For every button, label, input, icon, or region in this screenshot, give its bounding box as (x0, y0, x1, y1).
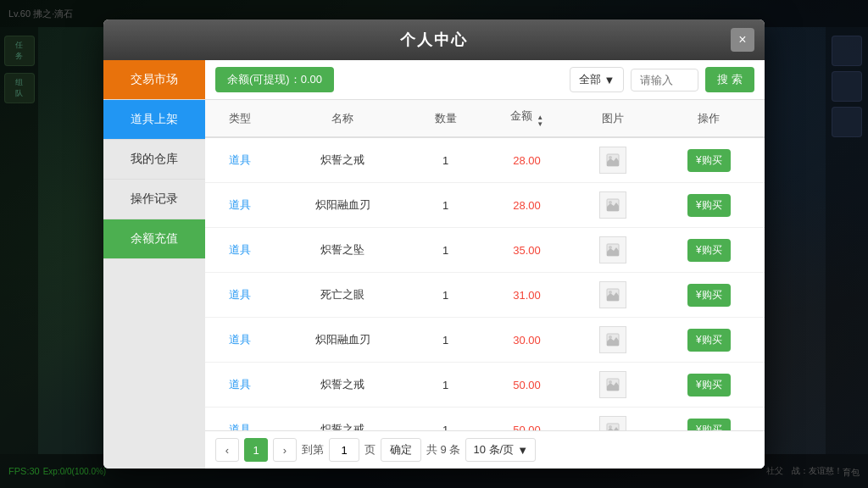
col-name: 名称 (275, 100, 410, 137)
buy-button-6[interactable]: ¥购买 (687, 419, 731, 431)
svg-point-3 (609, 201, 612, 204)
cell-action-0: ¥购买 (654, 137, 765, 183)
cell-price-2: 35.00 (481, 228, 573, 273)
search-input[interactable] (631, 69, 698, 92)
buy-button-0[interactable]: ¥购买 (687, 149, 731, 172)
cell-qty-6: 1 (410, 408, 481, 431)
buy-button-4[interactable]: ¥购买 (687, 329, 731, 352)
modal-title: 个人中心 (400, 30, 468, 50)
table-row: 道具 炽誓之戒 1 50.00 ¥购买 (205, 408, 765, 431)
cell-img-2 (573, 228, 654, 273)
per-page-dropdown[interactable]: 10 条/页 ▼ (465, 438, 536, 462)
cell-action-1: ¥购买 (654, 183, 765, 228)
type-link-4[interactable]: 道具 (229, 333, 251, 346)
nav-item-recharge[interactable]: 余额充值 (103, 219, 205, 259)
cell-price-3: 31.00 (481, 273, 573, 318)
cell-qty-1: 1 (410, 183, 481, 228)
type-link-0[interactable]: 道具 (229, 153, 251, 166)
item-image-5 (599, 371, 626, 398)
type-link-2[interactable]: 道具 (229, 243, 251, 256)
type-link-6[interactable]: 道具 (229, 423, 251, 430)
data-table: 类型 名称 数量 金额 ▲▼ 图片 操作 (205, 100, 765, 430)
svg-point-1 (609, 156, 612, 159)
col-qty: 数量 (410, 100, 481, 137)
filter-dropdown[interactable]: 全部 ▼ (570, 67, 625, 92)
table-row: 道具 炽誓之戒 1 28.00 ¥购买 (205, 137, 765, 183)
search-button[interactable]: 搜 索 (705, 67, 754, 92)
cell-name-3: 死亡之眼 (275, 273, 410, 318)
item-image-6 (599, 416, 626, 430)
table-row: 道具 炽阳融血刃 1 28.00 ¥购买 (205, 183, 765, 228)
balance-display: 余额(可提现)：0.00 (215, 67, 334, 92)
cell-type-2: 道具 (205, 228, 275, 273)
table-row: 道具 炽誓之坠 1 35.00 ¥购买 (205, 228, 765, 273)
modal-nav: 交易市场 道具上架 我的仓库 操作记录 余额充值 (103, 60, 205, 469)
cell-img-6 (573, 408, 654, 431)
nav-item-history[interactable]: 操作记录 (103, 180, 205, 219)
col-type: 类型 (205, 100, 275, 137)
modal-body: 交易市场 道具上架 我的仓库 操作记录 余额充值 余额(可提现)：0.00 全部… (103, 60, 765, 469)
goto-confirm-button[interactable]: 确定 (381, 438, 421, 462)
cell-qty-2: 1 (410, 228, 481, 273)
type-link-1[interactable]: 道具 (229, 198, 251, 211)
modal-close-button[interactable]: × (731, 28, 754, 52)
modal-window: 个人中心 × 交易市场 道具上架 我的仓库 操作记录 余额充值 余额(可提现)：… (103, 19, 765, 469)
filter-label: 全部 (579, 72, 601, 87)
items-table: 类型 名称 数量 金额 ▲▼ 图片 操作 (205, 100, 765, 430)
svg-point-9 (609, 336, 612, 339)
col-img: 图片 (573, 100, 654, 137)
cell-img-3 (573, 273, 654, 318)
buy-button-3[interactable]: ¥购买 (687, 284, 731, 307)
cell-type-1: 道具 (205, 183, 275, 228)
table-header: 类型 名称 数量 金额 ▲▼ 图片 操作 (205, 100, 765, 137)
cell-img-4 (573, 318, 654, 363)
buy-button-1[interactable]: ¥购买 (687, 194, 731, 217)
cell-qty-3: 1 (410, 273, 481, 318)
table-row: 道具 炽誓之戒 1 50.00 ¥购买 (205, 363, 765, 408)
svg-point-11 (609, 380, 612, 384)
cell-type-5: 道具 (205, 363, 275, 408)
nav-item-list[interactable]: 道具上架 (103, 100, 205, 140)
modal-overlay: 个人中心 × 交易市场 道具上架 我的仓库 操作记录 余额充值 余额(可提现)：… (0, 0, 868, 488)
cell-price-0: 28.00 (481, 137, 573, 183)
cell-qty-5: 1 (410, 363, 481, 408)
type-link-5[interactable]: 道具 (229, 378, 251, 391)
modal-header: 个人中心 × (103, 19, 765, 60)
per-page-arrow-icon: ▼ (517, 444, 528, 457)
next-page-button[interactable]: › (273, 438, 297, 462)
svg-point-7 (609, 291, 612, 294)
nav-item-warehouse[interactable]: 我的仓库 (103, 140, 205, 180)
item-image-1 (599, 191, 626, 219)
table-row: 道具 炽阳融血刃 1 30.00 ¥购买 (205, 318, 765, 363)
table-row: 道具 死亡之眼 1 31.00 ¥购买 (205, 273, 765, 318)
goto-page-input[interactable] (329, 438, 359, 462)
cell-name-5: 炽誓之戒 (275, 363, 410, 408)
sort-arrows-icon: ▲▼ (537, 114, 543, 128)
cell-name-0: 炽誓之戒 (275, 137, 410, 183)
content-toolbar: 余额(可提现)：0.00 全部 ▼ 搜 索 (205, 60, 765, 100)
cell-type-3: 道具 (205, 273, 275, 318)
cell-qty-4: 1 (410, 318, 481, 363)
cell-img-1 (573, 183, 654, 228)
item-image-2 (599, 236, 626, 263)
svg-point-5 (609, 246, 612, 249)
page-suffix: 页 (364, 442, 376, 458)
cell-action-4: ¥购买 (654, 318, 765, 363)
buy-button-5[interactable]: ¥购买 (687, 374, 731, 396)
cell-type-4: 道具 (205, 318, 275, 363)
cell-name-2: 炽誓之坠 (275, 228, 410, 273)
prev-page-button[interactable]: ‹ (215, 438, 239, 462)
cell-action-6: ¥购买 (654, 408, 765, 431)
item-image-4 (599, 326, 626, 353)
type-link-3[interactable]: 道具 (229, 288, 251, 301)
page-1-button[interactable]: 1 (244, 438, 268, 462)
cell-img-5 (573, 363, 654, 408)
buy-button-2[interactable]: ¥购买 (687, 239, 731, 262)
cell-qty-0: 1 (410, 137, 481, 183)
cell-price-4: 30.00 (481, 318, 573, 363)
nav-item-market[interactable]: 交易市场 (103, 60, 205, 100)
cell-price-5: 50.00 (481, 363, 573, 408)
cell-price-1: 28.00 (481, 183, 573, 228)
item-image-0 (599, 147, 626, 174)
cell-img-0 (573, 137, 654, 183)
